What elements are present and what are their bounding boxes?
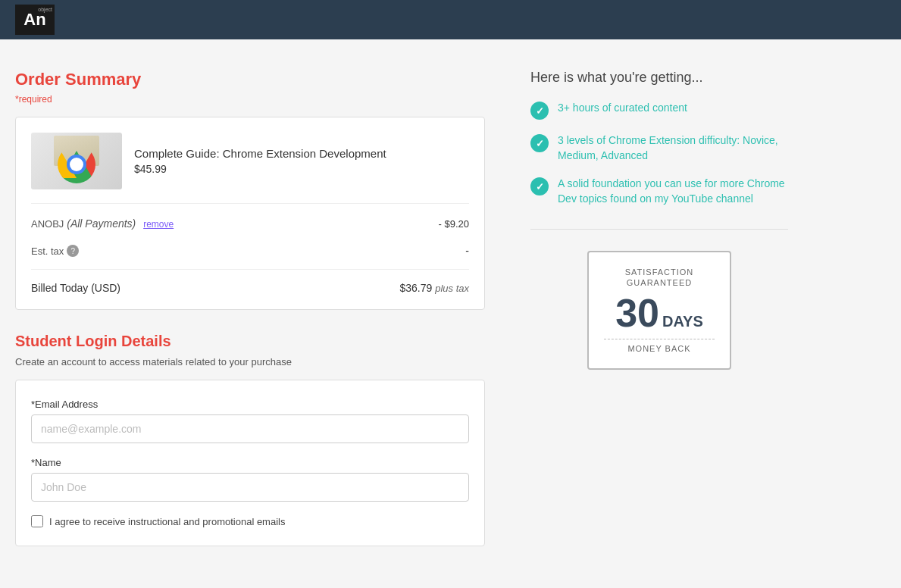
logo-an-text: An — [23, 10, 45, 30]
coupon-code: ANOBJ — [31, 218, 64, 230]
left-column: Order Summary *required — [15, 70, 485, 546]
check-icon-3 — [530, 177, 549, 195]
main-container: Order Summary *required — [0, 39, 901, 577]
badge-days-row: 30 DAYS — [604, 293, 715, 333]
coupon-row: ANOBJ (All Payments) remove - $9.20 — [31, 217, 469, 237]
benefit-text-3: A solid foundation you can use for more … — [558, 177, 788, 206]
section-divider — [530, 229, 788, 230]
product-row: Complete Guide: Chrome Extension Develop… — [31, 133, 469, 204]
billed-plus-tax-text: plus tax — [435, 283, 469, 294]
name-form-group: *Name — [31, 457, 469, 502]
order-card: Complete Guide: Chrome Extension Develop… — [15, 117, 485, 310]
getting-title: Here is what you're getting... — [530, 70, 788, 86]
tax-row: Est. tax ? - — [31, 245, 469, 270]
check-icon-2 — [530, 134, 549, 152]
product-price: $45.99 — [134, 163, 469, 175]
email-form-group: *Email Address — [31, 399, 469, 443]
logo-object-text: object — [38, 7, 52, 12]
satisfaction-badge: SATISFACTION GUARANTEED 30 DAYS MONEY BA… — [587, 251, 731, 370]
badge-30: 30 — [615, 293, 659, 333]
tax-label-text: Est. tax — [31, 246, 64, 257]
coupon-label: ANOBJ (All Payments) remove — [31, 217, 174, 230]
billed-label: Billed Today (USD) — [31, 282, 120, 294]
name-label: *Name — [31, 457, 469, 468]
badge-days: DAYS — [662, 313, 703, 330]
promo-email-checkbox[interactable] — [31, 515, 43, 527]
coupon-amount: - $9.20 — [439, 218, 469, 230]
login-card: *Email Address *Name I agree to receive … — [15, 380, 485, 546]
tax-value: - — [465, 245, 469, 257]
product-image — [31, 133, 122, 189]
badge-satisfaction: SATISFACTION — [604, 267, 715, 277]
check-icon-1 — [530, 102, 549, 120]
badge-money-back: MONEY BACK — [604, 344, 715, 353]
required-note: *required — [15, 94, 485, 105]
name-input[interactable] — [31, 473, 469, 502]
remove-coupon-link[interactable]: remove — [143, 219, 174, 230]
coupon-description: (All Payments) — [67, 217, 136, 230]
benefit-item-3: A solid foundation you can use for more … — [530, 177, 788, 206]
logo: object An — [15, 5, 55, 35]
email-label: *Email Address — [31, 399, 469, 410]
student-login-subtitle: Create an account to access materials re… — [15, 356, 485, 368]
student-login-title: Student Login Details — [15, 333, 485, 350]
benefit-text-2: 3 levels of Chrome Extension difficulty:… — [558, 133, 788, 163]
checkbox-row: I agree to receive instructional and pro… — [31, 515, 469, 527]
right-column: Here is what you're getting... 3+ hours … — [530, 70, 788, 370]
app-header: object An — [0, 0, 901, 39]
tax-label: Est. tax ? — [31, 245, 79, 257]
badge-guaranteed: GUARANTEED — [604, 278, 715, 287]
tax-help-icon[interactable]: ? — [67, 245, 79, 257]
billed-amount: $36.79 — [399, 282, 432, 294]
billed-row: Billed Today (USD) $36.79 plus tax — [31, 282, 469, 294]
promo-email-label: I agree to receive instructional and pro… — [49, 516, 285, 527]
product-info: Complete Guide: Chrome Extension Develop… — [134, 147, 469, 175]
badge-dashes — [604, 339, 715, 339]
billed-amount-container: $36.79 plus tax — [399, 282, 469, 294]
benefits-list: 3+ hours of curated content 3 levels of … — [530, 101, 788, 206]
benefit-text-1: 3+ hours of curated content — [558, 101, 687, 116]
chrome-logo-icon — [58, 145, 95, 183]
benefit-item-1: 3+ hours of curated content — [530, 101, 788, 120]
order-summary-title: Order Summary — [15, 70, 485, 89]
email-input[interactable] — [31, 414, 469, 443]
product-name: Complete Guide: Chrome Extension Develop… — [134, 147, 469, 160]
benefit-item-2: 3 levels of Chrome Extension difficulty:… — [530, 133, 788, 163]
